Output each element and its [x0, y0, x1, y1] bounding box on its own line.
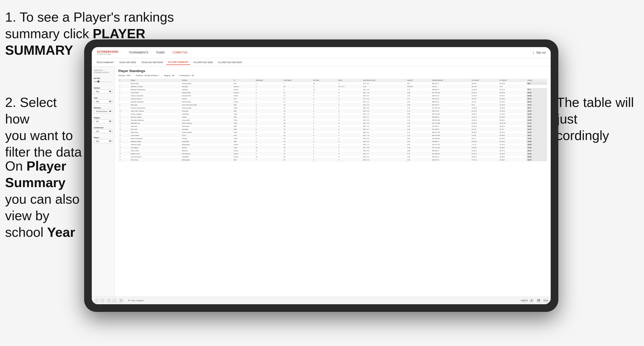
- toolbar-refresh[interactable]: ↻: [119, 298, 123, 303]
- share-button[interactable]: Share: [544, 298, 548, 303]
- rank-cell: 20: [118, 140, 130, 143]
- player-select[interactable]: (All): [94, 139, 112, 143]
- sub-nav-player-h2h-heatmap[interactable]: PLAYER H2H HEATMAP: [216, 60, 244, 65]
- cell-3: Third: [233, 131, 255, 134]
- cell-6: 0: [312, 134, 338, 137]
- save-button[interactable]: 💾: [536, 298, 541, 303]
- main-content: Update time:27/03/2024 16:56:26 No Rds. …: [92, 66, 551, 297]
- nav-tournaments[interactable]: TOURNAMENTS: [128, 50, 148, 55]
- col-wins: Wins: [337, 79, 362, 82]
- cell-3: Second: [233, 85, 255, 88]
- toolbar-forward-button[interactable]: →: [100, 298, 105, 303]
- cell-9: 1.47: [406, 88, 431, 91]
- cell-4: 6: [255, 119, 282, 122]
- toolbar-zoom-out[interactable]: -: [112, 298, 117, 303]
- cell-3: Third: [233, 122, 255, 125]
- cell-3: Fourth: [233, 149, 255, 152]
- cell-8: 69.2 -0.8: [362, 137, 406, 140]
- rank-cell: 24: [118, 152, 130, 155]
- tablet-device: SCOREBOARD Powered by clippi TOURNAMENTS…: [84, 39, 558, 312]
- cell-9: 1.50: [406, 113, 431, 116]
- cell-11: 27-10-2: [471, 94, 499, 97]
- cell-10: 488-72-25: [431, 109, 471, 113]
- cell-2: Ole Miss: [181, 85, 233, 88]
- sub-nav-team-h2h-grid[interactable]: TEAM H2H GRID: [117, 60, 138, 65]
- cell-12: 33-38-4: [499, 155, 527, 158]
- cell-6: 0: [312, 158, 338, 161]
- cell-2: New Mexico: [181, 152, 233, 155]
- table-row: 2Michael Le SassoOle MissSecond118067.1 …: [118, 85, 547, 88]
- region-select[interactable]: N/A: [94, 119, 112, 123]
- cell-9: 2.01: [406, 100, 431, 103]
- cell-1: Luke Claton: [130, 91, 181, 94]
- year-label: Year: [94, 97, 112, 99]
- cell-4: 4: [255, 134, 282, 137]
- points-cell: 46.87: [526, 134, 547, 137]
- cell-9: 0.96: [406, 137, 431, 140]
- watch-button[interactable]: Watch ▼: [522, 298, 527, 303]
- cell-5: 23: [282, 122, 312, 125]
- col-overall: Overall Record: [431, 79, 471, 82]
- cell-6: 0: [312, 128, 338, 131]
- cell-6: 0: [312, 116, 338, 119]
- nav-committee[interactable]: COMMITTEE: [172, 50, 188, 55]
- cell-4: 1: [255, 97, 282, 100]
- cell-1: Taehoon Song: [130, 143, 181, 146]
- cell-7: 0: [337, 100, 362, 103]
- sub-nav-team-h2h-heatmap[interactable]: TEAM H2H HEATMAP: [139, 60, 165, 65]
- rank-cell: 21: [118, 143, 130, 146]
- cell-12: 22-22-0: [499, 88, 527, 91]
- gender-select[interactable]: Men Women: [94, 90, 112, 93]
- cell-5: 37: [282, 116, 312, 119]
- cell-7: 0: [337, 152, 362, 155]
- cell-2: UCLA: [181, 134, 233, 137]
- cell-1: David Ford: [130, 131, 181, 134]
- nav-teams[interactable]: TEAMS: [156, 50, 165, 55]
- cell-4: 1: [255, 91, 282, 94]
- cell-7: 0: [337, 137, 362, 140]
- cell-2: Missouri: [181, 149, 233, 152]
- cell-10: 377-82-17: [431, 125, 471, 128]
- rank-cell: 7: [118, 100, 130, 103]
- col-vs-top25: Vs Top 25: [471, 79, 499, 82]
- rank-cell: 12: [118, 116, 130, 119]
- sidebar-player: Player (All): [94, 137, 112, 143]
- cell-1: Petr Hruby: [130, 158, 181, 161]
- sidebar-conference: Conference (All): [94, 127, 112, 133]
- sign-out-button[interactable]: Sign out: [536, 50, 546, 55]
- no-rds-slider[interactable]: [94, 80, 112, 84]
- cell-1: Wenyi Ding: [130, 82, 181, 85]
- print-button[interactable]: 🖶: [529, 298, 534, 303]
- rank-cell: 18: [118, 134, 130, 137]
- division-filter-label: Division:: [136, 74, 143, 77]
- cell-4: 7: [255, 158, 282, 161]
- cell-1: Jake Hall: [130, 125, 181, 128]
- sub-nav-team-summary[interactable]: TEAM SUMMARY: [94, 60, 116, 65]
- cell-11: 17-14-2: [471, 158, 499, 161]
- sub-nav-player-h2h-grid[interactable]: PLAYER H2H GRID: [191, 60, 215, 65]
- conference-select[interactable]: (All): [94, 129, 112, 133]
- cell-12: 26-32-2: [499, 125, 527, 128]
- cell-3: Fourth: [233, 155, 255, 158]
- top-navigation: SCOREBOARD Powered by clippi TOURNAMENTS…: [92, 47, 551, 58]
- cell-2: Auburn: [181, 116, 233, 119]
- cell-2: North Carolina: [181, 131, 233, 134]
- gender-label: Gender: [94, 87, 112, 89]
- cell-11: 7-17-5: [471, 143, 499, 146]
- conference-filter-label: Conference:: [179, 74, 191, 77]
- rank-cell: 14: [118, 122, 130, 125]
- year-select[interactable]: (All) First Second Third Fourth Fifth: [94, 100, 112, 103]
- sub-nav-player-summary[interactable]: PLAYER SUMMARY: [166, 60, 191, 65]
- cell-10: 698-54-13: [431, 100, 471, 103]
- cell-5: 21: [282, 113, 312, 116]
- cell-10: 428-150-30: [431, 119, 471, 122]
- division-select[interactable]: NCAA Division I: [94, 109, 112, 113]
- cell-2: Vanderbilt: [181, 155, 233, 158]
- toolbar-zoom-in[interactable]: +: [107, 298, 111, 303]
- cell-1: Michael Thorbjornsen: [130, 88, 181, 91]
- cell-9: 1.43: [406, 146, 431, 149]
- conference-filter-value: All: [191, 74, 194, 77]
- cell-5: 24: [282, 106, 312, 109]
- cell-4: 9: [255, 131, 282, 134]
- toolbar-back-button[interactable]: ←: [94, 298, 99, 303]
